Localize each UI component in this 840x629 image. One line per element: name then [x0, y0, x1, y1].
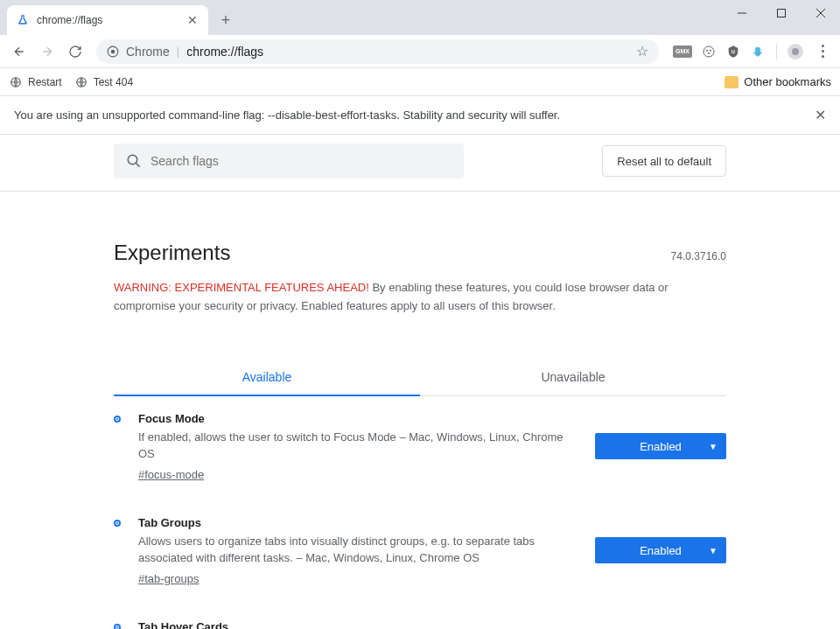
flag-title: Focus Mode — [138, 412, 578, 425]
bookmark-test404[interactable]: Test 404 — [74, 75, 133, 89]
svg-rect-1 — [777, 10, 785, 17]
window-controls — [722, 0, 840, 26]
address-separator: | — [177, 45, 179, 58]
flag-modified-icon — [114, 624, 121, 629]
experiments-warning: WARNING: EXPERIMENTAL FEATURES AHEAD! By… — [114, 279, 726, 316]
flag-title: Tab Hover Cards — [138, 620, 578, 629]
reset-all-button[interactable]: Reset all to default — [602, 145, 726, 177]
browser-toolbar: Chrome | chrome://flags ☆ GMX U — [0, 35, 840, 68]
svg-text:U: U — [732, 49, 735, 54]
profile-avatar[interactable] — [788, 44, 803, 59]
page-title: Experiments — [114, 241, 230, 265]
flag-state-select[interactable]: Enabled▼ — [595, 537, 726, 563]
warning-prefix: WARNING: EXPERIMENTAL FEATURES AHEAD! — [114, 281, 369, 294]
flag-row: Tab GroupsAllows users to organize tabs … — [114, 500, 726, 585]
page-heading-row: Experiments 74.0.3716.0 — [114, 241, 726, 265]
flask-icon — [16, 13, 30, 27]
chevron-down-icon: ▼ — [709, 442, 718, 451]
chrome-icon — [107, 45, 119, 58]
divider — [0, 191, 840, 192]
flag-modified-icon — [114, 416, 121, 423]
close-tab-icon[interactable]: ✕ — [186, 13, 200, 27]
infobar-message: You are using an unsupported command-lin… — [14, 108, 560, 122]
extension-icon-3[interactable]: U — [725, 44, 741, 59]
flag-hash-link[interactable]: #tab-groups — [138, 572, 199, 585]
flag-hash-link[interactable]: #focus-mode — [138, 468, 204, 481]
close-window-button[interactable] — [801, 0, 840, 26]
svg-point-6 — [704, 46, 714, 57]
svg-point-7 — [706, 49, 708, 51]
svg-line-14 — [136, 163, 140, 167]
flags-tabs: Available Unavailable — [114, 360, 726, 396]
bookmark-restart[interactable]: Restart — [9, 75, 62, 89]
warning-infobar: You are using an unsupported command-lin… — [0, 96, 840, 135]
bookmark-star-icon[interactable]: ☆ — [636, 43, 648, 59]
flag-modified-icon — [114, 520, 121, 527]
search-reset-row: Reset all to default — [114, 140, 726, 191]
svg-point-5 — [111, 49, 116, 53]
address-label: Chrome — [126, 45, 170, 59]
search-flags-box[interactable] — [114, 143, 464, 178]
new-tab-button[interactable]: + — [214, 8, 238, 32]
flags-list: Focus ModeIf enabled, allows the user to… — [114, 396, 726, 629]
chrome-version: 74.0.3716.0 — [671, 250, 726, 262]
page-viewport[interactable]: Reset all to default Experiments 74.0.37… — [0, 135, 840, 629]
extension-icon-2[interactable] — [701, 44, 717, 59]
search-icon — [126, 153, 142, 169]
bookmark-label: Test 404 — [94, 76, 133, 88]
tab-available[interactable]: Available — [114, 360, 420, 396]
back-button[interactable] — [7, 39, 32, 64]
browser-tab[interactable]: chrome://flags ✕ — [7, 5, 208, 35]
maximize-button[interactable] — [761, 0, 801, 26]
svg-point-9 — [708, 52, 710, 54]
flag-row: Tab Hover CardsEnables a popup containin… — [114, 605, 726, 629]
tab-title: chrome://flags — [37, 14, 186, 26]
chrome-menu-button[interactable] — [812, 45, 833, 58]
other-bookmarks[interactable]: Other bookmarks — [724, 75, 831, 88]
minimize-button[interactable] — [722, 0, 761, 26]
bookmarks-bar: Restart Test 404 Other bookmarks — [0, 68, 840, 96]
extension-icon-1[interactable]: GMX — [673, 45, 692, 58]
search-flags-input[interactable] — [150, 154, 452, 168]
globe-icon — [74, 75, 88, 89]
extension-icons: GMX U — [668, 44, 808, 59]
infobar-close-icon[interactable]: ✕ — [815, 107, 826, 123]
folder-icon — [724, 76, 738, 88]
address-url: chrome://flags — [186, 45, 263, 59]
bookmark-label: Restart — [28, 76, 62, 88]
reload-button[interactable] — [63, 39, 88, 64]
svg-point-8 — [710, 49, 711, 51]
svg-point-13 — [128, 155, 137, 164]
forward-button[interactable] — [35, 39, 60, 64]
tab-unavailable[interactable]: Unavailable — [420, 360, 726, 395]
flag-description: Allows users to organize tabs into visua… — [138, 533, 578, 567]
window-titlebar: chrome://flags ✕ + — [0, 0, 840, 35]
globe-icon — [9, 75, 23, 89]
address-bar[interactable]: Chrome | chrome://flags ☆ — [96, 39, 659, 64]
chevron-down-icon: ▼ — [709, 546, 718, 556]
toolbar-separator — [776, 44, 777, 59]
extension-icon-4[interactable] — [750, 44, 766, 59]
flag-state-select[interactable]: Enabled▼ — [595, 433, 726, 459]
flag-description: If enabled, allows the user to switch to… — [138, 429, 578, 463]
other-bookmarks-label: Other bookmarks — [744, 75, 831, 88]
flag-row: Focus ModeIf enabled, allows the user to… — [114, 396, 726, 481]
flag-title: Tab Groups — [138, 516, 578, 529]
